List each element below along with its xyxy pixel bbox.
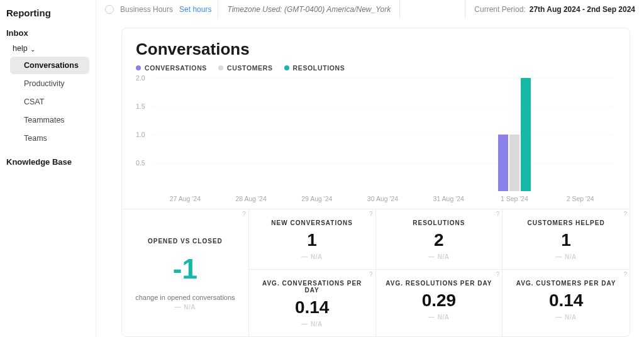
chart-x-tick: 31 Aug '24 (416, 195, 482, 202)
chart-bar[interactable] (521, 78, 531, 191)
timezone-text: Timezone Used: (GMT-0400) America/New_Yo… (227, 5, 391, 14)
legend-customers[interactable]: CUSTOMERS (218, 64, 273, 72)
sidebar-item-conversations[interactable]: Conversations (10, 57, 89, 74)
metric-na: N/A (301, 321, 323, 328)
chart-bar[interactable] (509, 135, 519, 191)
chart-y-tick: 1.5 (136, 102, 145, 110)
business-hours-toggle[interactable] (105, 5, 114, 14)
metric-label: OPENED VS CLOSED (127, 238, 243, 245)
metric-avg-customers-per-day: ? AVG. CUSTOMERS PER DAY 0.14 N/A (502, 270, 630, 336)
metric-na: N/A (555, 314, 577, 321)
set-hours-link[interactable]: Set hours (179, 5, 211, 14)
metric-resolutions: ? RESOLUTIONS 2 N/A (376, 209, 503, 270)
legend-dot-customers (218, 65, 223, 70)
help-collapsible[interactable]: help ⌄ (5, 41, 96, 55)
chart-x-tick: 29 Aug '24 (284, 195, 350, 202)
legend-dot-resolutions (284, 65, 289, 70)
chart-x-tick: 1 Sep '24 (482, 195, 548, 202)
chart-legend: CONVERSATIONS CUSTOMERS RESOLUTIONS (136, 64, 616, 72)
metric-new-conversations: ? NEW CONVERSATIONS 1 N/A (249, 209, 376, 270)
metric-value: 0.29 (381, 290, 497, 311)
metric-label: RESOLUTIONS (381, 219, 497, 226)
business-hours-label: Business Hours (120, 5, 173, 14)
main-content: Business Hours Set hours Timezone Used: … (96, 0, 644, 337)
sidebar: Reporting Inbox help ⌄ Conversations Pro… (0, 0, 96, 337)
metric-na: N/A (127, 304, 243, 311)
help-icon[interactable]: ? (369, 271, 373, 278)
chart-x-tick: 27 Aug '24 (152, 195, 218, 202)
metric-value: 1 (508, 230, 625, 250)
bar-chart: 0.51.01.52.0 (152, 78, 613, 191)
chart-y-tick: 1.0 (136, 131, 145, 138)
metric-value: 2 (381, 230, 497, 250)
metric-value: 0.14 (508, 290, 625, 311)
period-selector[interactable]: Current Period: 27th Aug 2024 - 2nd Sep … (465, 0, 644, 19)
legend-label-customers: CUSTOMERS (227, 64, 273, 72)
legend-resolutions[interactable]: RESOLUTIONS (284, 64, 345, 72)
help-icon[interactable]: ? (496, 211, 500, 218)
metric-na: N/A (301, 253, 323, 260)
period-value: 27th Aug 2024 - 2nd Sep 2024 (530, 5, 635, 14)
chart-y-tick: 2.0 (136, 74, 145, 82)
metric-label: CUSTOMERS HELPED (508, 219, 625, 226)
metric-avg-conversations-per-day: ? AVG. CONVERSATIONS PER DAY 0.14 N/A (249, 270, 376, 336)
sidebar-item-productivity[interactable]: Productivity (10, 75, 89, 92)
sidebar-item-csat[interactable]: CSAT (10, 93, 89, 111)
help-icon[interactable]: ? (623, 211, 627, 218)
metric-label: NEW CONVERSATIONS (254, 219, 370, 226)
metric-label: AVG. CUSTOMERS PER DAY (508, 280, 625, 287)
sidebar-item-teams[interactable]: Teams (10, 130, 89, 147)
panel-wrap: Conversations CONVERSATIONS CUSTOMERS (96, 19, 644, 337)
chevron-down-icon: ⌄ (30, 46, 35, 53)
metric-opened-vs-closed: ? OPENED VS CLOSED -1 change in opened c… (122, 209, 249, 336)
legend-dot-conversations (136, 65, 141, 70)
chart-x-axis: 27 Aug '2428 Aug '2429 Aug '2430 Aug '24… (152, 195, 613, 202)
help-icon[interactable]: ? (496, 271, 500, 278)
metric-label: AVG. CONVERSATIONS PER DAY (254, 280, 370, 294)
chart-x-tick: 2 Sep '24 (547, 195, 613, 202)
chart-y-tick: 0.5 (136, 159, 145, 167)
timezone-display[interactable]: Timezone Used: (GMT-0400) America/New_Yo… (218, 0, 400, 19)
chart-area: Conversations CONVERSATIONS CUSTOMERS (122, 28, 630, 209)
chart-title: Conversations (136, 40, 616, 59)
chart-x-tick: 30 Aug '24 (350, 195, 416, 202)
help-icon[interactable]: ? (242, 211, 246, 218)
kb-section-title[interactable]: Knowledge Base (5, 153, 96, 170)
period-label: Current Period: (474, 5, 525, 14)
report-panel: Conversations CONVERSATIONS CUSTOMERS (121, 28, 630, 337)
legend-label-conversations: CONVERSATIONS (145, 64, 207, 72)
metric-subtext: change in opened conversations (127, 294, 243, 301)
metric-avg-resolutions-per-day: ? AVG. RESOLUTIONS PER DAY 0.29 N/A (376, 270, 503, 336)
chart-bar[interactable] (498, 135, 508, 191)
sidebar-item-teammates[interactable]: Teammates (10, 111, 89, 129)
metric-value: 0.14 (254, 297, 370, 318)
metric-value: 1 (254, 230, 370, 250)
inbox-section-title[interactable]: Inbox (5, 25, 96, 41)
metrics-grid: ? OPENED VS CLOSED -1 change in opened c… (122, 209, 630, 336)
reporting-heading: Reporting (5, 8, 96, 25)
help-icon[interactable]: ? (623, 271, 627, 278)
legend-conversations[interactable]: CONVERSATIONS (136, 64, 207, 72)
metric-label: AVG. RESOLUTIONS PER DAY (381, 280, 497, 287)
metric-na: N/A (428, 253, 450, 260)
legend-label-resolutions: RESOLUTIONS (293, 64, 345, 72)
metric-value: -1 (127, 253, 243, 285)
app-root: Reporting Inbox help ⌄ Conversations Pro… (0, 0, 644, 337)
topbar: Business Hours Set hours Timezone Used: … (96, 0, 644, 19)
sidebar-nav-list: Conversations Productivity CSAT Teammate… (5, 57, 96, 147)
metric-na: N/A (555, 253, 577, 260)
help-icon[interactable]: ? (369, 211, 373, 218)
business-hours-group: Business Hours Set hours (96, 5, 218, 14)
help-label: help (13, 44, 28, 53)
metric-na: N/A (428, 314, 450, 321)
chart-x-tick: 28 Aug '24 (218, 195, 284, 202)
metric-customers-helped: ? CUSTOMERS HELPED 1 N/A (502, 209, 630, 270)
